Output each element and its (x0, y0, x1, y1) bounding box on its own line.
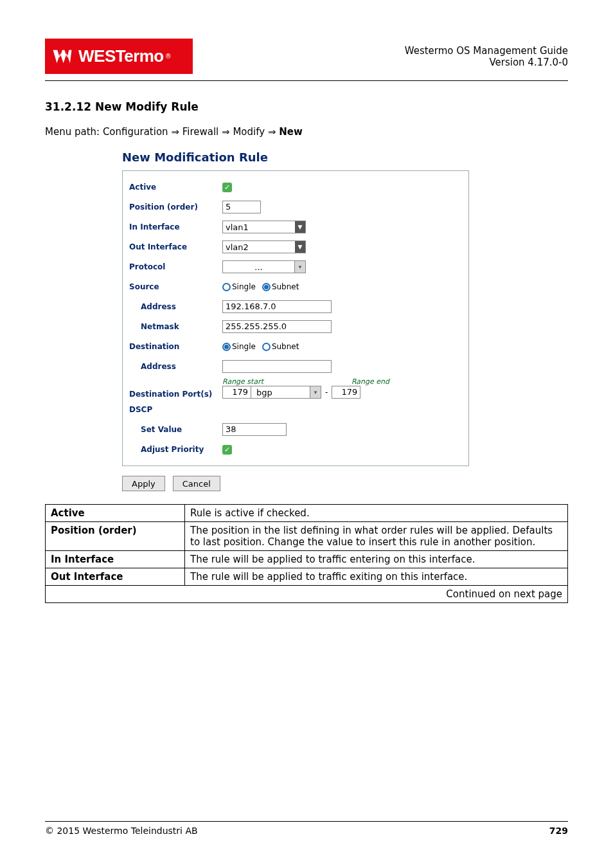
dest-address-input[interactable] (222, 360, 332, 373)
field-name: In Interface (46, 551, 185, 568)
radio-label-single: Single (232, 342, 256, 351)
chevron-down-icon: ▼ (295, 221, 305, 233)
set-value-input[interactable]: 38 (222, 423, 287, 436)
label-dest-ports: Destination Port(s) (129, 390, 222, 399)
section-heading: 31.2.12 New Modify Rule (45, 100, 568, 113)
label-source-address: Address (129, 302, 222, 311)
footer-rule (45, 821, 568, 822)
table-row: Active Rule is active if checked. (46, 505, 568, 522)
field-desc: The rule will be applied to traffic ente… (185, 551, 568, 568)
in-interface-select[interactable]: vlan1 ▼ (222, 221, 306, 233)
doc-title: Westermo OS Management Guide (405, 45, 568, 57)
label-adjust-priority: Adjust Priority (129, 445, 222, 454)
footer-copyright: © 2015 Westermo Teleindustri AB (45, 826, 198, 836)
radio-label-subnet: Subnet (272, 342, 299, 351)
field-desc: Rule is active if checked. (185, 505, 568, 522)
chevron-down-icon: ▼ (295, 241, 305, 253)
port-start-input[interactable]: 179 (222, 386, 251, 399)
port-end-input[interactable]: 179 (332, 386, 360, 399)
form-title: New Modification Rule (122, 150, 469, 164)
form-panel: Active ✓ Position (order) 5 In Interface… (122, 170, 469, 466)
chevron-down-icon: ▾ (310, 386, 321, 398)
field-desc: The rule will be applied to traffic exit… (185, 568, 568, 586)
label-dest-address: Address (129, 362, 222, 371)
radio-label-single: Single (232, 282, 256, 291)
label-source: Source (129, 282, 222, 291)
dest-single-radio[interactable] (222, 343, 231, 351)
dest-subnet-radio[interactable] (262, 343, 271, 351)
field-name: Active (46, 505, 185, 522)
source-subnet-radio[interactable] (262, 283, 271, 291)
dash-separator: - (325, 388, 328, 397)
port-code-select[interactable]: bgp ▾ (251, 386, 321, 399)
continued-text: Continued on next page (46, 586, 568, 603)
logo-reg-icon: ® (165, 53, 172, 60)
chevron-down-icon: ▾ (294, 261, 305, 273)
table-row: In Interface The rule will be applied to… (46, 551, 568, 568)
description-table: Active Rule is active if checked. Positi… (45, 504, 568, 603)
label-dscp: DSCP (129, 405, 222, 414)
out-interface-select[interactable]: vlan2 ▼ (222, 240, 306, 253)
label-protocol: Protocol (129, 262, 222, 271)
label-position: Position (order) (129, 203, 222, 212)
radio-label-subnet: Subnet (272, 282, 299, 291)
label-source-netmask: Netmask (129, 322, 222, 331)
label-in-interface: In Interface (129, 222, 222, 231)
port-range-end-hint: Range end (351, 377, 389, 386)
adjust-priority-checkbox[interactable]: ✓ (222, 445, 232, 455)
table-continued-row: Continued on next page (46, 586, 568, 603)
logo-w-icon (51, 46, 73, 68)
active-checkbox[interactable]: ✓ (222, 183, 232, 192)
source-single-radio[interactable] (222, 283, 231, 291)
field-desc: The position in the list defining in wha… (185, 522, 568, 551)
apply-button[interactable]: Apply (122, 476, 165, 491)
header-rule (45, 80, 568, 81)
protocol-select[interactable]: ... ▾ (222, 260, 306, 273)
page-number: 729 (549, 826, 568, 836)
field-name: Position (order) (46, 522, 185, 551)
logo-text: WESTermo (78, 46, 164, 66)
port-range-start-hint: Range start (222, 377, 263, 386)
label-set-value: Set Value (129, 425, 222, 434)
source-address-input[interactable]: 192.168.7.0 (222, 300, 332, 313)
menu-path: Menu path: Configuration ⇒ Firewall ⇒ Mo… (45, 126, 568, 138)
label-destination: Destination (129, 342, 222, 351)
label-out-interface: Out Interface (129, 242, 222, 251)
source-netmask-input[interactable]: 255.255.255.0 (222, 320, 332, 333)
cancel-button[interactable]: Cancel (173, 476, 220, 491)
table-row: Out Interface The rule will be applied t… (46, 568, 568, 586)
field-name: Out Interface (46, 568, 185, 586)
table-row: Position (order) The position in the lis… (46, 522, 568, 551)
position-input[interactable]: 5 (222, 201, 261, 213)
doc-version: Version 4.17.0-0 (405, 57, 568, 68)
label-active: Active (129, 183, 222, 192)
brand-logo: WESTermo ® (45, 39, 193, 74)
